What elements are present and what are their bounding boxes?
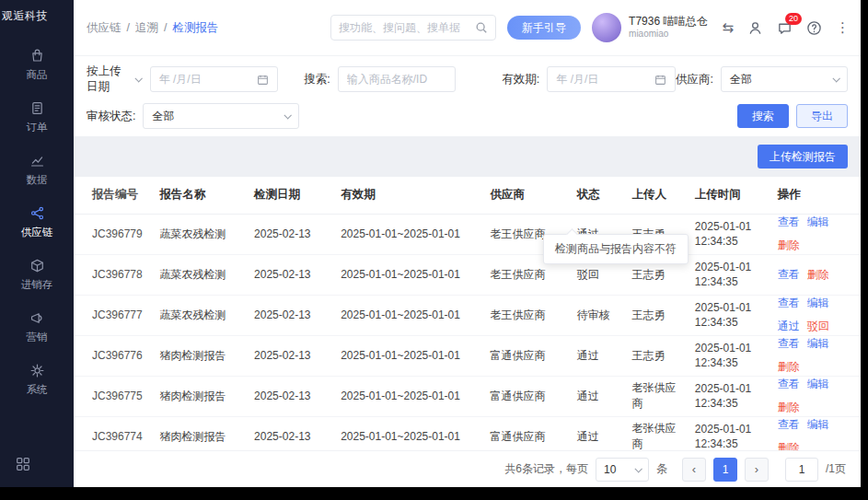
message-badge: 20 bbox=[785, 13, 802, 25]
action-view[interactable]: 查看 bbox=[778, 377, 800, 392]
status-cell: 通过 bbox=[570, 376, 625, 416]
sidebar-item-goods[interactable]: 商品 bbox=[0, 39, 74, 91]
sidebar-item-label: 系统 bbox=[27, 383, 48, 397]
action-edit[interactable]: 编辑 bbox=[807, 377, 829, 392]
upload-time-cell: 2025-01-01 12:34:35 bbox=[688, 335, 770, 376]
pagination: 共6条记录，每页 10 条 ‹ 1 › /1页 bbox=[74, 450, 861, 487]
action-delete[interactable]: 删除 bbox=[778, 359, 800, 375]
action-edit[interactable]: 编辑 bbox=[807, 417, 829, 433]
calendar-icon bbox=[257, 74, 269, 86]
sidebar-item-marketing[interactable]: 营销 bbox=[0, 301, 74, 354]
prev-page-button[interactable]: ‹ bbox=[682, 458, 706, 482]
upload-date: 2025-01-01 bbox=[695, 422, 763, 436]
status-cell: 通过 bbox=[570, 335, 625, 376]
uploader-cell: 老张供应商 bbox=[624, 416, 687, 450]
validity-date-picker[interactable]: 年 /月/日 bbox=[547, 66, 676, 92]
report-id-cell: JC396775 bbox=[74, 376, 153, 416]
action-delete[interactable]: 删除 bbox=[778, 238, 800, 253]
action-approve[interactable]: 通过 bbox=[778, 319, 800, 334]
reject-reason-tooltip: 检测商品与报告内容不符 bbox=[543, 234, 689, 264]
supplier-cell: 老王供应商 bbox=[483, 295, 570, 335]
report-id-cell: JC396776 bbox=[74, 335, 153, 376]
page-1-button[interactable]: 1 bbox=[713, 458, 737, 482]
global-search[interactable] bbox=[330, 15, 496, 41]
upload-date: 2025-01-01 bbox=[695, 260, 763, 274]
action-view[interactable]: 查看 bbox=[778, 296, 800, 311]
more-icon[interactable]: ⋮ bbox=[836, 19, 850, 36]
filter-panel: 按上传日期 年 /月/日 搜索: 有效期: 年 /月/日 bbox=[74, 55, 861, 136]
date-type-dropdown[interactable]: 按上传日期 bbox=[87, 64, 141, 95]
upload-date: 2025-01-01 bbox=[695, 219, 763, 234]
guide-button[interactable]: 新手引导 bbox=[507, 16, 581, 40]
bag-icon bbox=[29, 48, 45, 64]
message-icon[interactable]: 20 bbox=[777, 20, 793, 36]
uploader-cell: 王志勇 bbox=[624, 295, 687, 335]
action-edit[interactable]: 编辑 bbox=[807, 296, 829, 311]
upload-date: 2025-01-01 bbox=[695, 300, 763, 315]
action-view[interactable]: 查看 bbox=[778, 215, 800, 230]
search-field-label: 搜索: bbox=[304, 72, 330, 87]
action-reject[interactable]: 驳回 bbox=[807, 319, 829, 334]
upload-time-cell: 2025-01-01 12:34:35 bbox=[688, 295, 770, 335]
action-view[interactable]: 查看 bbox=[778, 417, 800, 433]
audit-status-select[interactable]: 全部 bbox=[143, 103, 299, 129]
uploader-cell: 王志勇 bbox=[624, 335, 687, 376]
action-delete[interactable]: 删除 bbox=[778, 440, 800, 450]
order-icon bbox=[29, 100, 45, 116]
export-button[interactable]: 导出 bbox=[796, 104, 848, 128]
product-search-input[interactable] bbox=[347, 73, 447, 86]
user-subtitle: miaomiao bbox=[629, 29, 707, 41]
table-row: JC396775 猪肉检测报告 2025-02-13 2025-01-01~20… bbox=[74, 376, 861, 416]
supply-chain-icon bbox=[29, 205, 45, 221]
next-page-button[interactable]: › bbox=[745, 458, 769, 482]
supplier-value: 全部 bbox=[730, 72, 752, 87]
test-date-cell: 2025-02-13 bbox=[247, 254, 333, 295]
supplier-select[interactable]: 全部 bbox=[721, 66, 848, 92]
brand-logo: 观逅科技 bbox=[0, 0, 74, 28]
report-id-cell: JC396777 bbox=[74, 295, 153, 335]
upload-time-cell: 2025-01-01 12:34:35 bbox=[688, 214, 770, 254]
action-view[interactable]: 查看 bbox=[778, 267, 800, 283]
column-header-8: 操作 bbox=[770, 177, 861, 214]
page-size-select[interactable]: 10 bbox=[596, 458, 649, 482]
page-size-value: 10 bbox=[604, 463, 616, 476]
table-toolbar: 上传检测报告 bbox=[74, 136, 861, 177]
avatar[interactable] bbox=[592, 13, 621, 42]
column-header-6: 上传人 bbox=[624, 177, 687, 214]
upload-date-picker[interactable]: 年 /月/日 bbox=[150, 66, 279, 92]
sidebar-item-orders[interactable]: 订单 bbox=[0, 91, 74, 144]
sidebar-item-supply-chain[interactable]: 供应链 bbox=[0, 196, 74, 249]
upload-clock: 12:34:35 bbox=[695, 234, 763, 249]
actions-cell: 查看编辑通过驳回 bbox=[770, 295, 861, 335]
breadcrumb-trace[interactable]: 追溯 bbox=[135, 20, 158, 36]
action-links: 查看编辑删除 bbox=[778, 377, 853, 415]
apps-grid-icon[interactable] bbox=[0, 456, 74, 487]
page-size-unit: 条 bbox=[656, 461, 667, 477]
upload-date: 2025-01-01 bbox=[695, 381, 763, 396]
upload-clock: 12:34:35 bbox=[695, 355, 763, 370]
page-jump-input[interactable] bbox=[785, 458, 818, 482]
sidebar-item-label: 营销 bbox=[27, 331, 48, 344]
sidebar-item-data[interactable]: 数据 bbox=[0, 144, 74, 196]
column-header-1: 报告名称 bbox=[153, 177, 248, 214]
user-block[interactable]: T7936 喵喵总仓 miaomiao bbox=[592, 13, 707, 42]
product-search-field[interactable] bbox=[338, 66, 457, 92]
report-table: 报告编号报告名称检测日期有效期供应商状态上传人上传时间操作 JC396779 蔬… bbox=[74, 177, 861, 450]
action-edit[interactable]: 编辑 bbox=[807, 336, 829, 352]
validity-cell: 2025-01-01~2025-01-01 bbox=[333, 254, 482, 295]
global-search-input[interactable] bbox=[339, 21, 469, 34]
sidebar-item-inventory[interactable]: 进销存 bbox=[0, 249, 74, 301]
action-delete[interactable]: 删除 bbox=[807, 267, 829, 283]
action-view[interactable]: 查看 bbox=[778, 336, 800, 352]
help-icon[interactable] bbox=[806, 20, 822, 36]
service-icon[interactable] bbox=[747, 20, 763, 36]
search-button[interactable]: 搜索 bbox=[737, 104, 789, 128]
switch-store-icon[interactable]: ⇆ bbox=[722, 19, 734, 36]
upload-clock: 12:34:35 bbox=[695, 274, 763, 289]
breadcrumb-supply-chain[interactable]: 供应链 bbox=[87, 20, 122, 36]
sidebar-item-label: 供应链 bbox=[21, 226, 53, 239]
action-delete[interactable]: 删除 bbox=[778, 400, 800, 415]
sidebar-item-system[interactable]: 系统 bbox=[0, 354, 74, 406]
action-edit[interactable]: 编辑 bbox=[807, 215, 829, 230]
upload-report-button[interactable]: 上传检测报告 bbox=[758, 145, 848, 169]
